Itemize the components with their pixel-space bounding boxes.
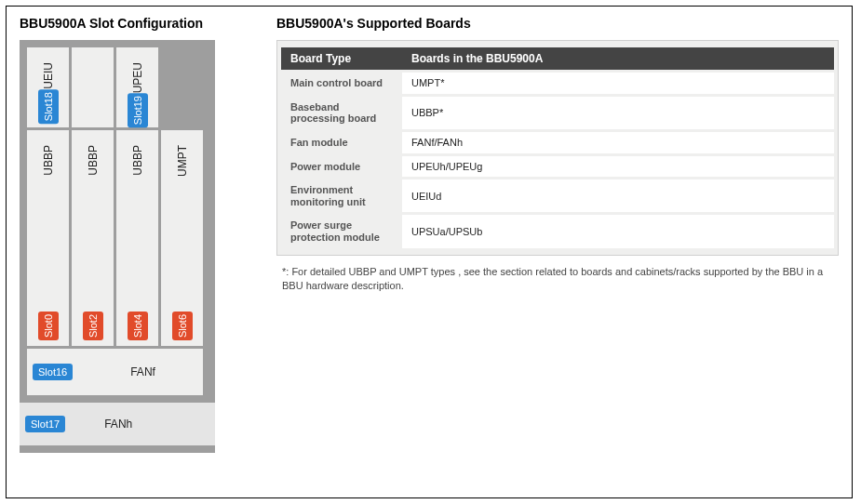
slot-board-label: UBBP (131, 145, 144, 176)
table-header-type: Board Type (281, 47, 402, 70)
slot-0: UBBP Slot0 (27, 130, 69, 346)
slot-config-heading: BBU5900A Slot Configuration (20, 16, 249, 31)
cell-board-type: Power module (281, 156, 402, 178)
slot-18: UEIU Slot18 (27, 47, 69, 127)
slot-badge: Slot2 (83, 312, 103, 340)
slot-16-fanf: Slot16 FANf (27, 349, 203, 395)
slot-board-label: UPEU (131, 62, 144, 93)
cell-board-type: Environment monitoring unit (281, 179, 402, 212)
slot-board-label: UBBP (42, 145, 55, 176)
slot-badge: Slot0 (38, 312, 59, 340)
slot-board-label: UMPT (176, 145, 189, 177)
table-row: Main control board UMPT* (281, 73, 834, 94)
cell-board-type: Power surge protection module (281, 215, 402, 247)
slot-6: UMPT Slot6 (161, 130, 203, 346)
slot-17-fanh: Slot17 FANh (20, 403, 215, 445)
table-row: Power surge protection module UPSUa/UPSU… (281, 215, 834, 247)
table-row: Fan module FANf/FANh (281, 132, 834, 153)
table-header-boards: Boards in the BBU5900A (402, 47, 834, 70)
cell-board-models: UBBP* (402, 97, 834, 129)
mid-slot-row: UBBP Slot0 UBBP Slot2 UBBP Slot4 UMPT Sl… (27, 130, 215, 346)
cell-board-type: Baseband processing board (281, 97, 402, 129)
boards-table-wrap: Board Type Boards in the BBU5900A Main c… (276, 40, 839, 256)
footnote: *: For detailed UBBP and UMPT types , se… (276, 265, 839, 294)
chassis: UEIU Slot18 UPEU Slot19 UBBP Slot (20, 40, 215, 453)
slot-badge: Slot18 (38, 89, 59, 124)
table-row: Baseband processing board UBBP* (281, 97, 834, 129)
cell-board-type: Fan module (281, 132, 402, 153)
supported-boards-heading: BBU5900A's Supported Boards (276, 16, 839, 31)
cell-board-models: UMPT* (402, 73, 834, 94)
slot-badge: Slot4 (128, 312, 148, 340)
boards-table: Board Type Boards in the BBU5900A Main c… (281, 45, 834, 251)
slot-empty (72, 47, 114, 127)
slot-badge: Slot17 (25, 416, 65, 432)
top-slot-row: UEIU Slot18 UPEU Slot19 (27, 47, 215, 127)
slot-board-label: UEIU (42, 62, 55, 89)
cell-board-models: UPSUa/UPSUb (402, 215, 834, 247)
cell-board-models: UEIUd (402, 179, 834, 212)
supported-boards-section: BBU5900A's Supported Boards Board Type B… (276, 16, 839, 294)
slot-board-label: UBBP (87, 145, 100, 176)
slot-4: UBBP Slot4 (116, 130, 158, 346)
slot-badge: Slot6 (172, 312, 193, 340)
slot-2: UBBP Slot2 (72, 130, 114, 346)
slot-19: UPEU Slot19 (116, 47, 158, 127)
slot-badge: Slot16 (33, 364, 73, 380)
document-frame: BBU5900A Slot Configuration UEIU Slot18 … (6, 6, 853, 498)
slot-badge: Slot19 (128, 93, 148, 127)
fan-label: FANh (104, 418, 132, 431)
cell-board-models: UPEUh/UPEUg (402, 156, 834, 178)
table-row: Environment monitoring unit UEIUd (281, 179, 834, 212)
cell-board-models: FANf/FANh (402, 132, 834, 153)
slot-config-section: BBU5900A Slot Configuration UEIU Slot18 … (20, 16, 249, 453)
cell-board-type: Main control board (281, 73, 402, 94)
fan-label: FANf (130, 365, 155, 378)
table-row: Power module UPEUh/UPEUg (281, 156, 834, 178)
